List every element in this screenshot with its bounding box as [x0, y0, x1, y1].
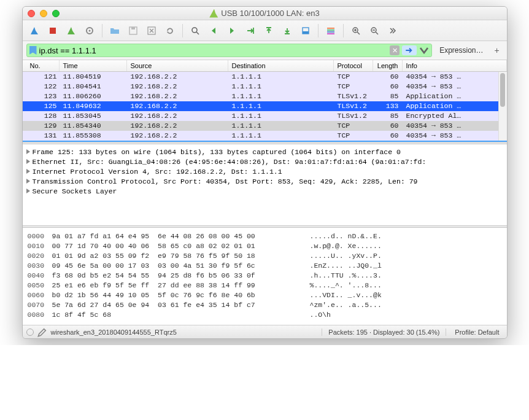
disclosure-triangle-icon[interactable] — [26, 159, 30, 164]
window-title: USB 10/100/1000 LAN: en3 — [209, 9, 319, 18]
scroll-thumb[interactable] — [500, 73, 505, 107]
col-header-source[interactable]: Source — [127, 60, 228, 71]
edit-icon[interactable] — [37, 327, 47, 337]
folder-icon — [110, 26, 120, 36]
minimize-window-button[interactable] — [40, 10, 47, 17]
close-file-button[interactable] — [144, 23, 160, 39]
next-packet-button[interactable] — [224, 23, 240, 39]
stop-capture-button[interactable] — [45, 23, 61, 39]
packet-row[interactable]: 12111.804519192.168.2.21.1.1.1TCP6040354… — [23, 72, 498, 82]
autoscroll-icon — [301, 26, 311, 36]
detail-tree-item[interactable]: Transmission Control Protocol, Src Port:… — [24, 176, 506, 186]
svg-rect-4 — [131, 27, 135, 29]
col-header-no[interactable]: No. — [23, 60, 60, 71]
zoom-in-icon — [351, 26, 361, 36]
reload-button[interactable] — [162, 23, 178, 39]
profile-label[interactable]: Profile: Default — [451, 329, 503, 336]
arrow-left-icon — [209, 26, 218, 36]
svg-point-2 — [88, 29, 90, 31]
disclosure-triangle-icon[interactable] — [26, 149, 30, 154]
svg-rect-8 — [303, 31, 309, 34]
titlebar[interactable]: USB 10/100/1000 LAN: en3 — [23, 7, 507, 20]
packet-bytes-pane[interactable]: 00009a 01 a7 fd a1 64 e4 95 6e 44 08 26 … — [23, 228, 507, 325]
packet-list-body[interactable]: 12111.804519192.168.2.21.1.1.1TCP6040354… — [23, 72, 498, 141]
add-filter-button[interactable]: + — [491, 45, 503, 55]
capture-file-label: wireshark_en3_20180409144555_RTqrz5 — [51, 329, 177, 336]
clear-filter-button[interactable]: ✕ — [390, 45, 400, 55]
colorize-button[interactable] — [323, 23, 339, 39]
packet-list-header[interactable]: No. Time Source Destination Protocol Len… — [23, 60, 507, 72]
start-capture-button[interactable] — [26, 23, 42, 39]
zoom-window-button[interactable] — [52, 10, 60, 17]
window-title-text: USB 10/100/1000 LAN: en3 — [221, 9, 319, 18]
zoom-out-icon — [369, 26, 379, 36]
display-filter-bar: ✕ Expression… + — [23, 41, 507, 60]
expression-button[interactable]: Expression… — [434, 45, 488, 56]
hex-row[interactable]: 00801c 8f 4f 5c 68..O\h — [28, 310, 502, 320]
hex-row[interactable]: 00009a 01 a7 fd a1 64 e4 95 6e 44 08 26 … — [28, 231, 502, 241]
auto-scroll-button[interactable] — [298, 23, 314, 39]
detail-tree-item[interactable]: Secure Sockets Layer — [24, 186, 506, 196]
goto-icon — [245, 26, 255, 36]
col-header-protocol[interactable]: Protocol — [334, 60, 373, 71]
wireshark-fin-icon — [209, 9, 218, 18]
search-icon — [190, 26, 200, 36]
hex-row[interactable]: 003009 45 6e 5a 00 00 17 03 03 00 4a 51 … — [28, 261, 502, 271]
bookmark-icon[interactable] — [29, 46, 37, 55]
packet-list: No. Time Source Destination Protocol Len… — [23, 60, 507, 141]
hex-row[interactable]: 005025 e1 e6 eb f9 5f 5e ff 27 dd ee 88 … — [28, 281, 502, 290]
open-file-button[interactable] — [107, 23, 123, 39]
svg-rect-12 — [327, 33, 334, 34]
disclosure-triangle-icon[interactable] — [26, 189, 30, 193]
goto-last-icon — [282, 26, 292, 36]
packet-row[interactable]: 12911.854340192.168.2.21.1.1.1TCP6040354… — [23, 121, 498, 131]
capture-options-button[interactable] — [82, 23, 98, 39]
reload-icon — [165, 26, 175, 36]
packet-count-label: Packets: 195 · Displayed: 30 (15.4%) — [322, 329, 446, 336]
save-file-button[interactable] — [125, 23, 141, 39]
goto-last-button[interactable] — [279, 23, 295, 39]
restart-capture-button[interactable] — [63, 23, 79, 39]
toolbar-overflow-button[interactable] — [385, 23, 401, 39]
hex-row[interactable]: 002001 01 9d a2 03 55 09 f2 e9 79 58 76 … — [28, 251, 502, 261]
main-toolbar — [23, 20, 507, 41]
col-header-info[interactable]: Info — [403, 60, 507, 71]
hex-row[interactable]: 0040f3 68 0d b5 e2 54 54 55 94 25 d8 f6 … — [28, 271, 502, 281]
app-window: USB 10/100/1000 LAN: en3 ✕ — [22, 6, 508, 339]
hex-row[interactable]: 0060b0 d2 1b 56 44 49 10 05 5f 0c 76 9c … — [28, 290, 502, 300]
display-filter-input-wrap[interactable]: ✕ — [26, 44, 433, 57]
detail-tree-item[interactable]: Ethernet II, Src: GuangLia_04:08:26 (e4:… — [24, 157, 506, 166]
close-window-button[interactable] — [28, 10, 35, 17]
col-header-destination[interactable]: Destination — [228, 60, 334, 71]
goto-first-button[interactable] — [261, 23, 277, 39]
restart-fin-icon — [66, 26, 76, 36]
save-icon — [128, 26, 138, 36]
zoom-in-button[interactable] — [348, 23, 364, 39]
packet-details-pane[interactable]: Frame 125: 133 bytes on wire (1064 bits)… — [23, 144, 507, 225]
packet-row[interactable]: 12311.806260192.168.2.21.1.1.1TLSv1.285A… — [23, 91, 498, 101]
hex-row[interactable]: 001000 77 1d 70 40 00 40 06 58 65 c0 a8 … — [28, 241, 502, 251]
shark-fin-icon — [29, 26, 39, 36]
packet-row[interactable]: 12511.849632192.168.2.21.1.1.1TLSv1.2133… — [23, 101, 498, 111]
col-header-length[interactable]: Length — [373, 60, 403, 71]
svg-rect-0 — [50, 28, 56, 34]
col-header-time[interactable]: Time — [60, 60, 127, 71]
packet-list-scrollbar[interactable] — [498, 72, 507, 141]
disclosure-triangle-icon[interactable] — [26, 169, 30, 174]
find-button[interactable] — [187, 23, 203, 39]
zoom-out-button[interactable] — [366, 23, 382, 39]
hex-row[interactable]: 00705e 7a 6d 27 d4 65 0e 94 03 61 fe e4 … — [28, 300, 502, 310]
disclosure-triangle-icon[interactable] — [26, 179, 30, 184]
packet-row[interactable]: 12211.804541192.168.2.21.1.1.1TCP6040354… — [23, 82, 498, 91]
goto-packet-button[interactable] — [242, 23, 258, 39]
detail-tree-item[interactable]: Internet Protocol Version 4, Src: 192.16… — [24, 166, 506, 176]
filter-history-button[interactable] — [402, 45, 417, 55]
packet-row[interactable]: 13111.855308192.168.2.21.1.1.1TCP6040354… — [23, 131, 498, 141]
expert-info-button[interactable] — [26, 329, 34, 336]
prev-packet-button[interactable] — [206, 23, 222, 39]
detail-tree-item[interactable]: Frame 125: 133 bytes on wire (1064 bits)… — [24, 147, 506, 157]
gear-icon — [85, 26, 95, 36]
display-filter-input[interactable] — [39, 46, 388, 55]
packet-row[interactable]: 12811.853045192.168.2.21.1.1.1TLSv1.285E… — [23, 111, 498, 121]
chevron-down-icon[interactable] — [419, 45, 429, 55]
